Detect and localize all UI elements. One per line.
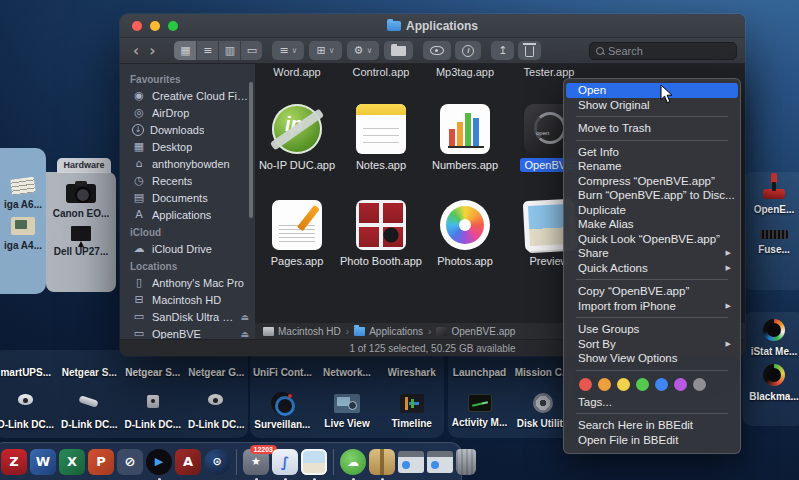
- forward-button[interactable]: ›: [144, 41, 160, 60]
- sidebar-item-macintosh-hd[interactable]: ⊟Macintosh HD: [120, 291, 255, 308]
- menu-item-quick-look-openbve-app[interactable]: Quick Look “OpenBVE.app”: [564, 232, 740, 247]
- desktop-icon-surveillan[interactable]: Surveillan...: [251, 392, 313, 430]
- desktop-icon-istat-me[interactable]: iStat Me...: [751, 319, 798, 357]
- get-info-button[interactable]: i: [455, 41, 481, 60]
- tag-color-dot[interactable]: [693, 378, 706, 391]
- search-field[interactable]: Search: [589, 42, 737, 60]
- dock-item-image-viewer[interactable]: [301, 449, 327, 475]
- action-menu-button[interactable]: ⚙ ∨: [347, 41, 380, 60]
- sidebar-item-downloads[interactable]: ↓Downloads: [120, 121, 255, 138]
- dock-item-trash[interactable]: [456, 449, 476, 475]
- sidebar-item-recents[interactable]: ◷Recents: [120, 172, 255, 189]
- sidebar-item-icloud-drive[interactable]: ☁iCloud Drive: [120, 240, 255, 257]
- app-numbers-app[interactable]: Numbers.app: [423, 104, 507, 192]
- menu-item-move-to-trash[interactable]: Move to Trash: [564, 121, 740, 136]
- list-view-button[interactable]: ≡: [196, 41, 218, 60]
- titlebar[interactable]: Applications: [120, 14, 745, 38]
- menu-item-compress-openbve-app[interactable]: Compress “OpenBVE.app”: [564, 174, 740, 189]
- desktop-icon-d-link-dc[interactable]: D-Link DC...: [122, 392, 184, 430]
- eject-icon[interactable]: ⏏: [240, 312, 249, 322]
- dock-item-script-editor[interactable]: ∫: [272, 449, 298, 475]
- desktop-icon-iga-a4[interactable]: iga A4...: [4, 217, 42, 251]
- path-item-applications[interactable]: Applications: [354, 326, 423, 337]
- menu-item-import-from-iphone[interactable]: Import from iPhone▶: [564, 299, 740, 314]
- desktop-icon-activity-m[interactable]: Activity M...: [449, 392, 511, 428]
- group-by-button[interactable]: ≡ ∨: [272, 41, 304, 60]
- tag-color-dot[interactable]: [636, 378, 649, 391]
- menu-item-open-file-in-bbedit[interactable]: Open File in BBEdit: [564, 433, 740, 448]
- share-button[interactable]: ↥: [491, 41, 514, 60]
- tag-color-dot[interactable]: [598, 378, 611, 391]
- dock-item-minimized-window[interactable]: [398, 451, 424, 473]
- sidebar-item-sandisk-ultra-ii-48[interactable]: ▭SanDisk Ultra II 48...⏏: [120, 308, 255, 325]
- eject-icon[interactable]: ⏏: [240, 329, 249, 339]
- menu-item-duplicate[interactable]: Duplicate: [564, 203, 740, 218]
- app-photos-app[interactable]: Photos.app: [423, 200, 507, 288]
- desktop-icon-network[interactable]: Network...: [316, 362, 378, 378]
- desktop-icon-timeline[interactable]: Timeline: [381, 392, 443, 429]
- menu-item-get-info[interactable]: Get Info: [564, 145, 740, 160]
- tag-color-dot[interactable]: [617, 378, 630, 391]
- back-button[interactable]: ‹: [128, 41, 144, 60]
- dock-item-media-player[interactable]: ▶: [146, 449, 172, 475]
- hardware-group-tab[interactable]: Hardware: [57, 158, 111, 173]
- dock-item-minimized-window[interactable]: [427, 451, 453, 473]
- sidebar-item-creative-cloud-files[interactable]: ◉Creative Cloud Files: [120, 87, 255, 104]
- desktop-icon-netgear-g[interactable]: Netgear G...: [185, 362, 247, 378]
- desktop-icon-d-link-dc[interactable]: D-Link DC...: [58, 392, 120, 430]
- gallery-view-button[interactable]: ▭: [240, 41, 262, 60]
- column-view-button[interactable]: ▥: [218, 41, 240, 60]
- desktop-icon-launchpad[interactable]: Launchpad: [449, 362, 511, 378]
- dock-item-microsoft-excel[interactable]: X: [59, 449, 85, 475]
- menu-item-use-groups[interactable]: Use Groups: [564, 322, 740, 337]
- menu-item-search-here-in-bbedit[interactable]: Search Here in BBEdit: [564, 418, 740, 433]
- sidebar-item-anthony-s-mac-pro[interactable]: ▯Anthony's Mac Pro: [120, 274, 255, 291]
- desktop-icon-martups[interactable]: martUPS...: [0, 362, 57, 378]
- dock-item-red-a-app[interactable]: A: [175, 449, 201, 475]
- sidebar-item-applications[interactable]: AApplications: [120, 206, 255, 223]
- tag-color-dot[interactable]: [579, 378, 592, 391]
- dock-item-filezilla[interactable]: Z: [1, 449, 27, 475]
- minimize-button[interactable]: [150, 21, 160, 31]
- sidebar-item-documents[interactable]: ▤Documents: [120, 189, 255, 206]
- path-item-macintosh-hd[interactable]: Macintosh HD: [263, 326, 341, 337]
- sidebar-scrollbar[interactable]: [249, 82, 253, 218]
- menu-item-open[interactable]: Open: [566, 83, 738, 98]
- app-notes-app[interactable]: Notes.app: [339, 104, 423, 192]
- desktop-icon-opene[interactable]: OpenE...: [754, 177, 795, 215]
- menu-item-copy-openbve-app[interactable]: Copy “OpenBVE.app”: [564, 284, 740, 299]
- menu-item-share[interactable]: Share▶: [564, 246, 740, 261]
- delete-button[interactable]: [518, 41, 541, 60]
- app-photo-booth-app[interactable]: Photo Booth.app: [339, 200, 423, 288]
- desktop-icon-dell-up27[interactable]: Dell UP27...: [54, 226, 108, 257]
- menu-item-show-view-options[interactable]: Show View Options: [564, 351, 740, 366]
- menu-item-quick-actions[interactable]: Quick Actions▶: [564, 261, 740, 276]
- desktop-icon-canon-eo[interactable]: Canon EO...: [53, 180, 110, 219]
- dock-item-steam[interactable]: ⊙: [204, 449, 230, 475]
- desktop-icon-iga-a6[interactable]: iga A6...: [4, 178, 42, 210]
- menu-item-burn-openbve-app-to-disc[interactable]: Burn “OpenBVE.app” to Disc...: [564, 188, 740, 203]
- app-pages-app[interactable]: Pages.app: [255, 200, 339, 288]
- desktop-icon-unifi-cont[interactable]: UniFi Cont...: [251, 362, 313, 378]
- quick-look-button[interactable]: [423, 41, 451, 60]
- dock-item-cloud-app[interactable]: ☁: [340, 449, 366, 475]
- zoom-button[interactable]: [168, 21, 178, 31]
- dock-item-microsoft-powerpoint[interactable]: P: [88, 449, 114, 475]
- desktop-icon-netgear-s[interactable]: Netgear S...: [58, 362, 120, 378]
- dock-item-package-app[interactable]: [369, 449, 395, 475]
- sidebar-item-openbve[interactable]: ▭OpenBVE⏏: [120, 325, 255, 339]
- dock-item-microsoft-word[interactable]: W: [30, 449, 56, 475]
- sidebar-item-anthonybowden[interactable]: ⌂anthonybowden: [120, 155, 255, 172]
- path-item-openbve-app[interactable]: OpenBVE.app: [436, 326, 515, 337]
- tag-color-dot[interactable]: [655, 378, 668, 391]
- menu-item-sort-by[interactable]: Sort By▶: [564, 337, 740, 352]
- new-folder-button[interactable]: [384, 41, 413, 60]
- app-no-ip-duc-app[interactable]: No-IP DUC.app: [255, 104, 339, 192]
- sidebar-item-desktop[interactable]: ▦Desktop: [120, 138, 255, 155]
- tag-color-dot[interactable]: [674, 378, 687, 391]
- desktop-icon-netgear-s[interactable]: Netgear S...: [122, 362, 184, 378]
- sidebar-item-airdrop[interactable]: ◎AirDrop: [120, 104, 255, 121]
- desktop-icon-wireshark[interactable]: Wireshark: [381, 362, 443, 378]
- desktop-icon-live-view[interactable]: Live View: [316, 392, 378, 429]
- menu-item-show-original[interactable]: Show Original: [564, 98, 740, 113]
